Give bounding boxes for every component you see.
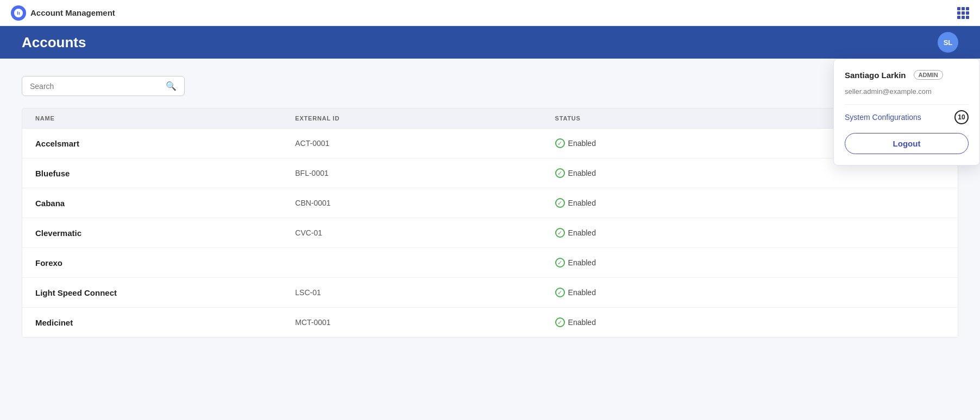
cell-name: Clevermatic [35,228,295,238]
admin-badge: ADMIN [914,70,943,80]
cell-external-id: BFL-0001 [295,169,555,177]
table-body: Accelsmart ACT-0001 ✓ Enabled Bluefuse B… [22,129,958,337]
toolbar: 🔍 + Add account [22,75,958,97]
cell-status: ✓ Enabled [555,198,815,208]
system-configurations-link[interactable]: System Configurations [845,113,921,122]
page-title: Accounts [22,34,86,51]
main-content: 🔍 + Add account NAME EXTERNAL ID STATUS … [0,59,980,354]
cell-external-id: MCT-0001 [295,318,555,327]
cell-external-id: CBN-0001 [295,199,555,207]
dropdown-email: seller.admin@example.com [845,87,969,96]
status-check-icon: ✓ [555,168,565,178]
table-row[interactable]: Clevermatic CVC-01 ✓ Enabled [22,218,958,248]
config-badge: 10 [954,110,969,124]
brand: Account Management [11,5,115,21]
cell-status: ✓ Enabled [555,317,815,327]
accounts-table: NAME EXTERNAL ID STATUS Accelsmart ACT-0… [22,108,958,338]
logout-button[interactable]: Logout [845,133,969,154]
cell-name: Medicinet [35,318,295,327]
table-row[interactable]: Bluefuse BFL-0001 ✓ Enabled [22,158,958,188]
cell-status: ✓ Enabled [555,258,815,268]
table-row[interactable]: Cabana CBN-0001 ✓ Enabled [22,188,958,218]
dropdown-user-name: Santiago Larkin [845,71,906,80]
status-label: Enabled [568,169,596,177]
user-dropdown-panel: Santiago Larkin ADMIN seller.admin@examp… [833,59,980,166]
status-label: Enabled [568,318,596,327]
brand-icon [11,5,26,21]
cell-status: ✓ Enabled [555,288,815,297]
table-row[interactable]: Accelsmart ACT-0001 ✓ Enabled [22,129,958,158]
cell-external-id: ACT-0001 [295,139,555,148]
status-check-icon: ✓ [555,138,565,148]
status-label: Enabled [568,139,596,148]
cell-name: Accelsmart [35,139,295,148]
dropdown-user-info: Santiago Larkin ADMIN [845,70,969,80]
brand-name: Account Management [30,8,115,17]
cell-name: Forexo [35,258,295,268]
status-label: Enabled [568,288,596,297]
table-row[interactable]: Light Speed Connect LSC-01 ✓ Enabled [22,278,958,308]
status-label: Enabled [568,258,596,267]
avatar[interactable]: SL [938,32,958,53]
status-check-icon: ✓ [555,228,565,238]
cell-status: ✓ Enabled [555,228,815,238]
header-bar: Accounts SL [0,26,980,59]
col-name: NAME [35,115,295,122]
status-check-icon: ✓ [555,198,565,208]
status-label: Enabled [568,228,596,237]
grid-icon[interactable] [957,7,969,19]
col-external-id: EXTERNAL ID [295,115,555,122]
status-label: Enabled [568,199,596,207]
cell-external-id: LSC-01 [295,288,555,297]
dropdown-divider [845,104,969,105]
col-status: STATUS [555,115,815,122]
cell-status: ✓ Enabled [555,168,815,178]
cell-status: ✓ Enabled [555,138,815,148]
status-check-icon: ✓ [555,258,565,268]
search-input[interactable] [30,82,161,91]
search-box: 🔍 [22,76,185,96]
table-header: NAME EXTERNAL ID STATUS [22,109,958,129]
cell-name: Light Speed Connect [35,288,295,297]
table-row[interactable]: Medicinet MCT-0001 ✓ Enabled [22,308,958,337]
status-check-icon: ✓ [555,288,565,297]
cell-name: Bluefuse [35,169,295,178]
cell-external-id: CVC-01 [295,228,555,237]
top-nav: Account Management [0,0,980,26]
table-row[interactable]: Forexo ✓ Enabled [22,248,958,278]
search-icon: 🔍 [166,81,177,91]
cell-name: Cabana [35,199,295,208]
status-check-icon: ✓ [555,317,565,327]
system-config-row: System Configurations 10 [845,110,969,124]
